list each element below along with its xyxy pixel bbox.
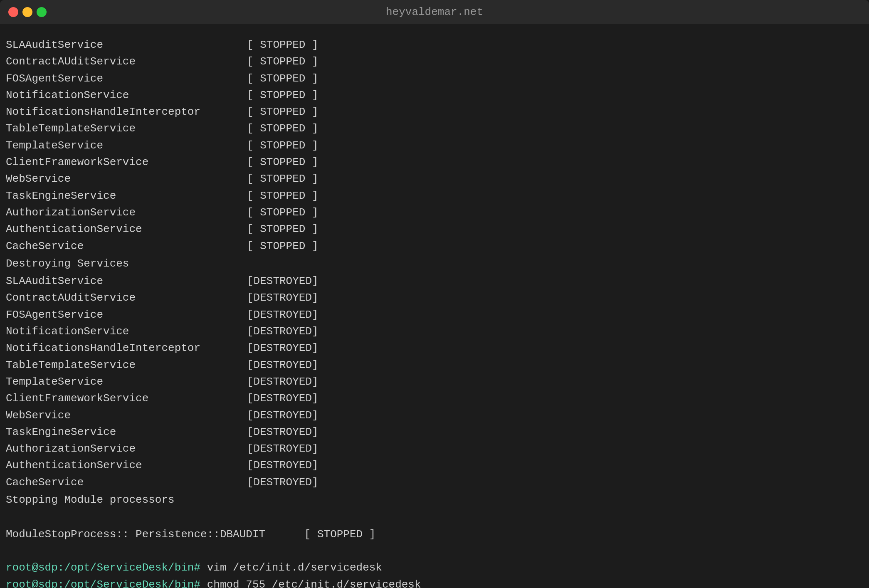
destroyed-service-row: ClientFrameworkService[DESTROYED]: [6, 390, 863, 407]
destroyed-status: [DESTROYED]: [247, 424, 318, 440]
service-name: FOSAgentService: [6, 306, 247, 323]
blank-line-1: [6, 509, 863, 526]
stopped-service-row: FOSAgentService[ STOPPED ]: [6, 70, 863, 87]
destroyed-status: [DESTROYED]: [247, 474, 318, 491]
destroyed-status: [DESTROYED]: [247, 357, 318, 373]
stopped-service-row: AuthenticationService[ STOPPED ]: [6, 221, 863, 237]
service-name: SLAAuditService: [6, 273, 247, 289]
service-name: TemplateService: [6, 373, 247, 390]
command-line: root@sdp:/opt/ServiceDesk/bin# chmod 755…: [6, 576, 863, 588]
service-name: SLAAuditService: [6, 37, 247, 53]
stopped-service-row: WebService[ STOPPED ]: [6, 170, 863, 187]
destroyed-status: [DESTROYED]: [247, 289, 318, 306]
service-name: FOSAgentService: [6, 70, 247, 87]
service-name: CacheService: [6, 238, 247, 254]
service-name: TableTemplateService: [6, 120, 247, 137]
stopped-services-list: SLAAuditService[ STOPPED ]ContractAUditS…: [6, 37, 863, 254]
service-name: ClientFrameworkService: [6, 154, 247, 170]
destroyed-service-row: AuthorizationService[DESTROYED]: [6, 440, 863, 457]
stopped-service-row: TableTemplateService[ STOPPED ]: [6, 120, 863, 137]
traffic-lights: [8, 7, 47, 17]
destroyed-status: [DESTROYED]: [247, 407, 318, 424]
destroyed-service-row: WebService[DESTROYED]: [6, 407, 863, 424]
destroyed-status: [DESTROYED]: [247, 390, 318, 407]
module-stop-line: ModuleStopProcess:: Persistence::DBAUDIT…: [6, 526, 863, 543]
stopped-status: [ STOPPED ]: [247, 53, 318, 70]
destroying-services-header: Destroying Services: [6, 255, 863, 272]
command-text: vim /etc/init.d/servicedesk: [207, 559, 382, 576]
service-name: AuthorizationService: [6, 440, 247, 457]
stopped-service-row: NotificationService[ STOPPED ]: [6, 87, 863, 104]
destroyed-status: [DESTROYED]: [247, 273, 318, 289]
service-name: ContractAUditService: [6, 53, 247, 70]
service-name: ClientFrameworkService: [6, 390, 247, 407]
stopped-status: [ STOPPED ]: [247, 104, 318, 120]
stopped-status: [ STOPPED ]: [247, 221, 318, 237]
service-name: WebService: [6, 170, 247, 187]
prompt: root@sdp:/opt/ServiceDesk/bin#: [6, 576, 207, 588]
stopped-status: [ STOPPED ]: [247, 188, 318, 204]
stopped-service-row: ClientFrameworkService[ STOPPED ]: [6, 154, 863, 170]
destroyed-service-row: SLAAuditService[DESTROYED]: [6, 273, 863, 289]
stopped-service-row: TaskEngineService[ STOPPED ]: [6, 188, 863, 204]
destroyed-service-row: TaskEngineService[DESTROYED]: [6, 424, 863, 440]
destroyed-status: [DESTROYED]: [247, 340, 318, 356]
service-name: CacheService: [6, 474, 247, 491]
stopped-status: [ STOPPED ]: [247, 137, 318, 154]
service-name: NotificationsHandleInterceptor: [6, 340, 247, 356]
service-name: AuthorizationService: [6, 204, 247, 221]
destroyed-service-row: AuthenticationService[DESTROYED]: [6, 457, 863, 474]
service-name: TaskEngineService: [6, 188, 247, 204]
stopped-service-row: NotificationsHandleInterceptor[ STOPPED …: [6, 104, 863, 120]
maximize-button[interactable]: [37, 7, 47, 17]
destroyed-service-row: NotificationService[DESTROYED]: [6, 323, 863, 340]
service-name: ContractAUditService: [6, 289, 247, 306]
stopped-service-row: TemplateService[ STOPPED ]: [6, 137, 863, 154]
terminal-body: SLAAuditService[ STOPPED ]ContractAUditS…: [0, 24, 869, 588]
service-name: TableTemplateService: [6, 357, 247, 373]
stopped-status: [ STOPPED ]: [247, 238, 318, 254]
module-stop-text: ModuleStopProcess:: Persistence::DBAUDIT…: [6, 526, 375, 543]
destroyed-status: [DESTROYED]: [247, 440, 318, 457]
service-name: AuthenticationService: [6, 221, 247, 237]
stopped-status: [ STOPPED ]: [247, 120, 318, 137]
stopped-service-row: SLAAuditService[ STOPPED ]: [6, 37, 863, 53]
close-button[interactable]: [8, 7, 18, 17]
stopped-status: [ STOPPED ]: [247, 87, 318, 104]
stopped-service-row: ContractAUditService[ STOPPED ]: [6, 53, 863, 70]
destroyed-status: [DESTROYED]: [247, 457, 318, 474]
stopped-status: [ STOPPED ]: [247, 37, 318, 53]
stopped-status: [ STOPPED ]: [247, 204, 318, 221]
destroyed-service-row: CacheService[DESTROYED]: [6, 474, 863, 491]
minimize-button[interactable]: [22, 7, 32, 17]
destroyed-services-list: SLAAuditService[DESTROYED]ContractAUditS…: [6, 273, 863, 491]
prompt: root@sdp:/opt/ServiceDesk/bin#: [6, 559, 207, 576]
stopped-service-row: CacheService[ STOPPED ]: [6, 238, 863, 254]
destroyed-service-row: ContractAUditService[DESTROYED]: [6, 289, 863, 306]
service-name: NotificationsHandleInterceptor: [6, 104, 247, 120]
stopped-status: [ STOPPED ]: [247, 154, 318, 170]
command-text: chmod 755 /etc/init.d/servicedesk: [207, 576, 421, 588]
destroyed-status: [DESTROYED]: [247, 323, 318, 340]
stopping-module-header: Stopping Module processors: [6, 492, 863, 508]
blank-line-2: [6, 543, 863, 559]
prompt-lines: root@sdp:/opt/ServiceDesk/bin# vim /etc/…: [6, 559, 863, 588]
service-name: WebService: [6, 407, 247, 424]
title-bar: heyvaldemar.net: [0, 0, 869, 24]
destroyed-service-row: FOSAgentService[DESTROYED]: [6, 306, 863, 323]
destroyed-service-row: NotificationsHandleInterceptor[DESTROYED…: [6, 340, 863, 356]
stopped-service-row: AuthorizationService[ STOPPED ]: [6, 204, 863, 221]
destroyed-status: [DESTROYED]: [247, 373, 318, 390]
terminal-window: heyvaldemar.net SLAAuditService[ STOPPED…: [0, 0, 869, 588]
service-name: AuthenticationService: [6, 457, 247, 474]
destroyed-status: [DESTROYED]: [247, 306, 318, 323]
stopped-status: [ STOPPED ]: [247, 170, 318, 187]
service-name: TaskEngineService: [6, 424, 247, 440]
destroyed-service-row: TemplateService[DESTROYED]: [6, 373, 863, 390]
stopped-status: [ STOPPED ]: [247, 70, 318, 87]
service-name: TemplateService: [6, 137, 247, 154]
service-name: NotificationService: [6, 87, 247, 104]
service-name: NotificationService: [6, 323, 247, 340]
command-line: root@sdp:/opt/ServiceDesk/bin# vim /etc/…: [6, 559, 863, 576]
window-title: heyvaldemar.net: [386, 6, 483, 18]
